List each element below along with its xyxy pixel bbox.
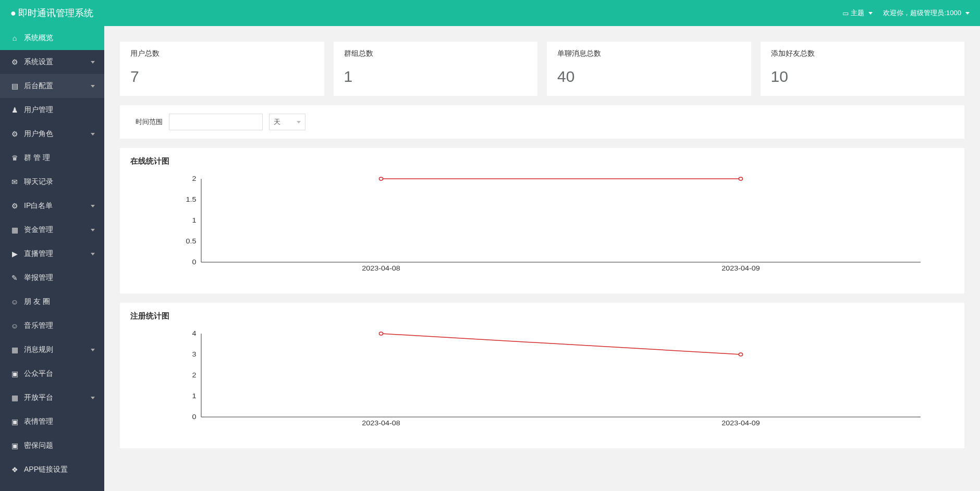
svg-point-15 — [739, 353, 742, 356]
menu-icon: ▦ — [10, 226, 19, 234]
caret-down-icon — [91, 61, 95, 64]
caret-down-icon — [91, 397, 95, 399]
unit-select[interactable]: 天 — [269, 114, 305, 130]
stat-label: 用户总数 — [130, 49, 314, 58]
svg-point-6 — [739, 177, 742, 180]
svg-text:2023-04-08: 2023-04-08 — [362, 420, 400, 427]
menu-icon: ▣ — [10, 441, 19, 450]
stat-card-0: 用户总数7 — [120, 42, 324, 96]
sidebar-item-14[interactable]: ▣公众平台 — [0, 362, 104, 386]
svg-text:0: 0 — [192, 259, 196, 266]
filter-row: 时间范围 天 — [120, 105, 964, 139]
svg-text:2: 2 — [192, 372, 196, 379]
svg-text:3: 3 — [192, 351, 196, 358]
theme-dropdown[interactable]: ▭ 主题 — [842, 8, 873, 18]
welcome-text: 欢迎你，超级管理员:1000 — [883, 8, 961, 18]
sidebar-item-label: 密保问题 — [24, 441, 53, 450]
sidebar-item-label: 举报管理 — [24, 273, 53, 283]
caret-down-icon — [91, 205, 95, 207]
theme-label: 主题 — [851, 8, 864, 18]
sidebar-item-label: 系统设置 — [24, 57, 53, 67]
menu-icon: ♛ — [10, 154, 19, 162]
user-dropdown[interactable]: 欢迎你，超级管理员:1000 — [883, 8, 970, 18]
unit-value: 天 — [274, 117, 280, 127]
chart-title: 注册统计图 — [130, 311, 954, 321]
stat-label: 添加好友总数 — [771, 49, 954, 58]
header: 即时通讯管理系统 ▭ 主题 欢迎你，超级管理员:1000 — [0, 0, 980, 26]
sidebar-item-label: 聊天记录 — [24, 177, 53, 187]
sidebar-item-label: 资金管理 — [24, 225, 53, 235]
menu-icon: ☺ — [10, 298, 19, 306]
svg-point-14 — [379, 332, 383, 335]
sidebar-item-8[interactable]: ▦资金管理 — [0, 218, 104, 242]
svg-point-5 — [379, 177, 383, 180]
sidebar-item-0[interactable]: ⌂系统概览 — [0, 26, 104, 50]
svg-text:4: 4 — [192, 330, 196, 337]
sidebar-item-2[interactable]: ▤后台配置 — [0, 74, 104, 98]
svg-text:2023-04-09: 2023-04-09 — [721, 265, 760, 272]
sidebar-item-15[interactable]: ▦开放平台 — [0, 386, 104, 410]
time-range-input[interactable] — [169, 114, 263, 130]
menu-icon: ▦ — [10, 394, 19, 402]
stat-value: 7 — [130, 68, 314, 85]
caret-down-icon — [91, 229, 95, 231]
chart-title: 在线统计图 — [130, 156, 954, 166]
sidebar-item-18[interactable]: ❖APP链接设置 — [0, 458, 104, 482]
header-right: ▭ 主题 欢迎你，超级管理员:1000 — [842, 8, 970, 18]
sidebar-item-label: 开放平台 — [24, 393, 53, 402]
menu-icon: ▤ — [10, 82, 19, 90]
stat-card-1: 群组总数1 — [334, 42, 538, 96]
sidebar: ⌂系统概览⚙系统设置▤后台配置♟用户管理⚙用户角色♛群 管 理✉聊天记录⚙IP白… — [0, 26, 104, 491]
sidebar-item-16[interactable]: ▣表情管理 — [0, 410, 104, 434]
caret-down-icon — [868, 12, 873, 15]
sidebar-item-11[interactable]: ☺朋 友 圈 — [0, 290, 104, 314]
sidebar-item-label: 消息规则 — [24, 345, 53, 354]
sidebar-item-label: APP链接设置 — [24, 465, 68, 474]
caret-down-icon — [91, 349, 95, 351]
stat-value: 10 — [771, 68, 954, 85]
sidebar-item-3[interactable]: ♟用户管理 — [0, 98, 104, 122]
sidebar-item-6[interactable]: ✉聊天记录 — [0, 170, 104, 194]
svg-text:2023-04-08: 2023-04-08 — [362, 265, 400, 272]
svg-text:2: 2 — [192, 175, 196, 182]
sidebar-item-5[interactable]: ♛群 管 理 — [0, 146, 104, 170]
sidebar-item-12[interactable]: ☺音乐管理 — [0, 314, 104, 338]
menu-icon: ✉ — [10, 178, 19, 186]
menu-icon: ⚙ — [10, 58, 19, 66]
caret-down-icon — [965, 12, 970, 15]
sidebar-item-label: 用户管理 — [24, 105, 53, 115]
stat-label: 单聊消息总数 — [557, 49, 741, 58]
sidebar-item-9[interactable]: ▶直播管理 — [0, 242, 104, 266]
menu-icon: ✎ — [10, 274, 19, 282]
sidebar-item-1[interactable]: ⚙系统设置 — [0, 50, 104, 74]
app-title: 即时通讯管理系统 — [10, 7, 93, 19]
chevron-down-icon — [297, 121, 301, 124]
menu-icon: ⌂ — [10, 34, 19, 42]
sidebar-item-13[interactable]: ▦消息规则 — [0, 338, 104, 362]
time-range-label: 时间范围 — [136, 117, 163, 127]
svg-text:1.5: 1.5 — [186, 196, 196, 203]
caret-down-icon — [91, 85, 95, 88]
register-chart-card: 注册统计图 012342023-04-082023-04-09 — [120, 303, 964, 448]
sidebar-item-label: 公众平台 — [24, 369, 53, 378]
svg-text:2023-04-09: 2023-04-09 — [721, 420, 760, 427]
sidebar-item-10[interactable]: ✎举报管理 — [0, 266, 104, 290]
sidebar-item-17[interactable]: ▣密保问题 — [0, 434, 104, 458]
stat-card-2: 单聊消息总数40 — [547, 42, 751, 96]
sidebar-item-label: 直播管理 — [24, 249, 53, 259]
stat-card-3: 添加好友总数10 — [761, 42, 965, 96]
menu-icon: ▶ — [10, 250, 19, 258]
svg-text:0.5: 0.5 — [186, 238, 196, 245]
stat-value: 40 — [557, 68, 741, 85]
stats-row: 用户总数7群组总数1单聊消息总数40添加好友总数10 — [120, 42, 964, 96]
svg-text:0: 0 — [192, 413, 196, 421]
menu-icon: ▣ — [10, 418, 19, 426]
menu-icon: ♟ — [10, 106, 19, 114]
sidebar-item-label: 表情管理 — [24, 417, 53, 426]
sidebar-item-7[interactable]: ⚙IP白名单 — [0, 194, 104, 218]
caret-down-icon — [91, 133, 95, 136]
sidebar-item-4[interactable]: ⚙用户角色 — [0, 122, 104, 146]
menu-icon: ⚙ — [10, 202, 19, 210]
sidebar-item-label: 用户角色 — [24, 129, 53, 139]
menu-icon: ▦ — [10, 346, 19, 354]
